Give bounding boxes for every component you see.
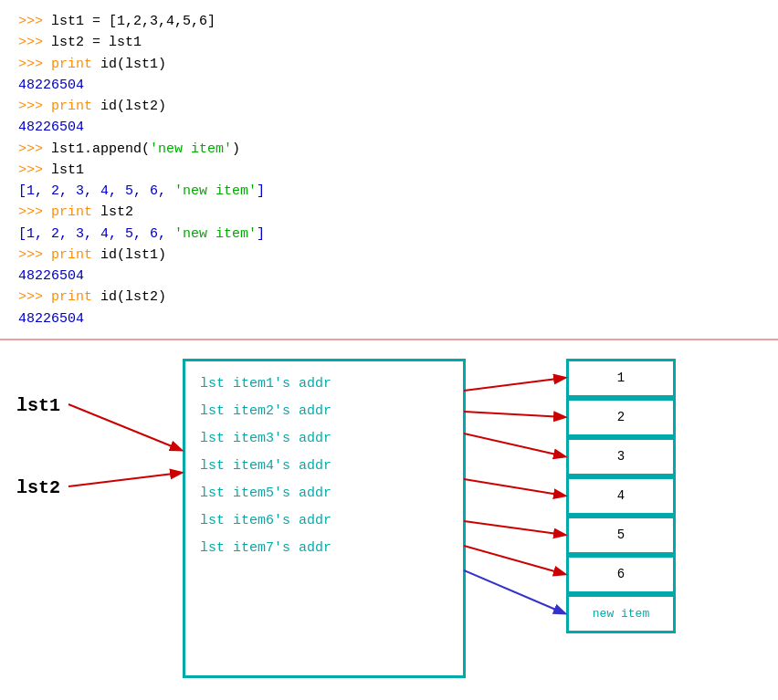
lst1-to-box-arrow (68, 404, 181, 450)
lst2-to-box-arrow (68, 473, 181, 486)
code-text: id(lst2) (92, 96, 166, 117)
keyword: print (51, 202, 92, 223)
code-line-7: >>> lst1.append('new item') (18, 139, 760, 160)
addr-item-3: lst item3's addr (193, 425, 456, 453)
output-text: [1, 2, 3, 4, 5, 6, 'new item'] (18, 224, 265, 245)
code-line-11: [1, 2, 3, 4, 5, 6, 'new item'] (18, 224, 760, 245)
output-text: 48226504 (18, 117, 84, 138)
code-text: id(lst2) (92, 287, 166, 308)
value-cell-4: 4 (566, 476, 676, 516)
code-line-6: 48226504 (18, 117, 760, 138)
value-cell-5: 5 (566, 516, 676, 555)
addr-item-1: lst item1's addr (193, 371, 456, 398)
output-text: 48226504 (18, 308, 84, 329)
prompt: >>> (18, 32, 51, 53)
addr-item-6: lst item6's addr (193, 507, 456, 535)
prompt: >>> (18, 11, 51, 32)
prompt: >>> (18, 287, 51, 308)
addr-item-7: lst item7's addr (193, 535, 456, 562)
diagram-section: lst1 lst2 lst item1's addr lst item2's a… (0, 340, 778, 700)
value-cell-2: 2 (566, 398, 676, 437)
code-text: lst1.append('new item') (51, 139, 240, 160)
output-text: [1, 2, 3, 4, 5, 6, 'new item'] (18, 181, 265, 202)
addr4-arrow (464, 479, 564, 496)
code-text: lst1 (51, 160, 84, 181)
code-line-5: >>> print id(lst2) (18, 96, 760, 117)
keyword: print (51, 54, 92, 75)
code-text: id(lst1) (92, 245, 166, 266)
code-line-8: >>> lst1 (18, 160, 760, 181)
code-line-9: [1, 2, 3, 4, 5, 6, 'new item'] (18, 181, 760, 202)
code-text: lst1 = [1,2,3,4,5,6] (51, 11, 216, 32)
addr7-arrow (464, 570, 564, 613)
code-line-2: >>> lst2 = lst1 (18, 32, 760, 53)
keyword: print (51, 287, 92, 308)
prompt: >>> (18, 139, 51, 160)
code-line-3: >>> print id(lst1) (18, 54, 760, 75)
code-line-4: 48226504 (18, 75, 760, 96)
code-section: >>> lst1 = [1,2,3,4,5,6] >>> lst2 = lst1… (0, 0, 778, 340)
code-text: lst2 (92, 202, 133, 223)
prompt: >>> (18, 54, 51, 75)
string: 'new item' (150, 141, 232, 157)
prompt: >>> (18, 96, 51, 117)
addr1-arrow (464, 378, 564, 391)
output-text: 48226504 (18, 75, 84, 96)
addr5-arrow (464, 521, 564, 535)
value-cell-6: 6 (566, 555, 676, 594)
value-cell-1: 1 (566, 359, 676, 398)
code-text: id(lst1) (92, 54, 166, 75)
new-item-label: new item (593, 607, 649, 621)
addr-item-5: lst item5's addr (193, 480, 456, 507)
lst1-label: lst1 (16, 395, 60, 416)
string-output: 'new item' (174, 183, 257, 199)
code-line-12: >>> print id(lst1) (18, 245, 760, 266)
output-text: 48226504 (18, 266, 84, 287)
code-line-10: >>> print lst2 (18, 202, 760, 223)
code-line-13: 48226504 (18, 266, 760, 287)
addr2-arrow (464, 412, 564, 417)
addr-item-2: lst item2's addr (193, 398, 456, 425)
prompt: >>> (18, 202, 51, 223)
prompt: >>> (18, 160, 51, 181)
prompt: >>> (18, 245, 51, 266)
address-box: lst item1's addr lst item2's addr lst it… (183, 359, 466, 678)
string-output: 'new item' (174, 226, 257, 242)
code-text: lst2 = lst1 (51, 32, 142, 53)
addr3-arrow (464, 434, 564, 456)
lst2-label: lst2 (16, 477, 60, 498)
addr-item-4: lst item4's addr (193, 453, 456, 480)
code-line-15: 48226504 (18, 308, 760, 329)
keyword: print (51, 245, 92, 266)
value-cell-new: new item (566, 594, 676, 633)
value-cell-3: 3 (566, 437, 676, 476)
code-line-14: >>> print id(lst2) (18, 287, 760, 308)
keyword: print (51, 96, 92, 117)
code-line-1: >>> lst1 = [1,2,3,4,5,6] (18, 11, 760, 32)
addr6-arrow (464, 546, 564, 574)
